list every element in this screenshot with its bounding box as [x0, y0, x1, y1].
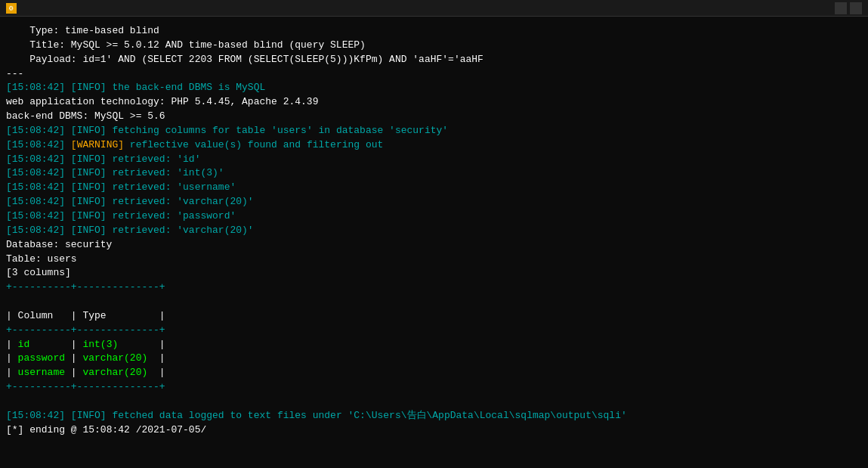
terminal-line-f2: [*] ending @ 15:08:42 /2021-07-05/: [6, 423, 862, 438]
terminal-line-l4: ---: [6, 67, 862, 82]
maximize-button[interactable]: [850, 2, 862, 14]
terminal-output: Type: time-based blind Title: MySQL >= 5…: [0, 17, 868, 468]
window-controls[interactable]: [835, 2, 862, 14]
cell-column-2: username: [18, 367, 65, 378]
terminal-line-l1: Type: time-based blind: [6, 24, 862, 39]
col-header-type: Type: [82, 310, 106, 321]
minimize-button[interactable]: [835, 2, 847, 14]
table-body: | id | int(3) || password | varchar(20) …: [6, 338, 862, 381]
cell-column-0: id: [18, 339, 65, 350]
table-row-2: | username | varchar(20) |: [6, 366, 862, 380]
col-header-column: Column: [18, 310, 54, 321]
terminal-line-l8: [15:08:42] [INFO] fetching columns for t…: [6, 124, 862, 138]
title-bar-left: ⚙: [6, 3, 21, 14]
table-border-header: +----------+--------------+: [6, 324, 862, 338]
terminal-line-l13: [15:08:42] [INFO] retrieved: 'varchar(20…: [6, 195, 862, 209]
terminal-line-l10: [15:08:42] [INFO] retrieved: 'id': [6, 153, 862, 167]
blank-line-1: [6, 395, 862, 409]
terminal-line-l12: [15:08:42] [INFO] retrieved: 'username': [6, 181, 862, 195]
terminal-line-l18: [3 columns]: [6, 266, 862, 280]
cell-type-1: varchar(20): [82, 352, 153, 364]
terminal-line-l5: [15:08:42] [INFO] the back-end DBMS is M…: [6, 81, 862, 95]
terminal-line-l6: web application technology: PHP 5.4.45, …: [6, 95, 862, 110]
title-bar: ⚙: [0, 0, 868, 17]
cell-column-1: password: [18, 352, 65, 364]
table-header-row: | Column | Type |: [6, 295, 862, 324]
app-icon: ⚙: [6, 3, 17, 14]
terminal-line-l9: [15:08:42] [WARNING] reflective value(s)…: [6, 138, 862, 153]
terminal-line-l11: [15:08:42] [INFO] retrieved: 'int(3)': [6, 166, 862, 181]
terminal-line-l17: Table: users: [6, 253, 862, 267]
cell-type-2: varchar(20): [82, 367, 153, 378]
table-row-0: | id | int(3) |: [6, 338, 862, 352]
terminal-line-l7: back-end DBMS: MySQL >= 5.6: [6, 110, 862, 124]
terminal-line-l16: Database: security: [6, 238, 862, 253]
cell-type-0: int(3): [82, 339, 153, 350]
footer-lines: [15:08:42] [INFO] fetched data logged to…: [6, 409, 862, 438]
column-table: +----------+--------------+ | Column | T…: [6, 280, 862, 395]
terminal-line-l2: Title: MySQL >= 5.0.12 AND time-based bl…: [6, 39, 862, 53]
table-border-top: +----------+--------------+: [6, 280, 862, 295]
terminal-line-l14: [15:08:42] [INFO] retrieved: 'password': [6, 209, 862, 224]
terminal-line-l3: Payload: id=1' AND (SELECT 2203 FROM (SE…: [6, 53, 862, 67]
table-row-1: | password | varchar(20) |: [6, 352, 862, 366]
terminal-line-l15: [15:08:42] [INFO] retrieved: 'varchar(20…: [6, 224, 862, 238]
pre-table-lines: Type: time-based blind Title: MySQL >= 5…: [6, 24, 862, 280]
terminal-line-f1: [15:08:42] [INFO] fetched data logged to…: [6, 409, 862, 423]
table-border-bottom: +----------+--------------+: [6, 380, 862, 395]
